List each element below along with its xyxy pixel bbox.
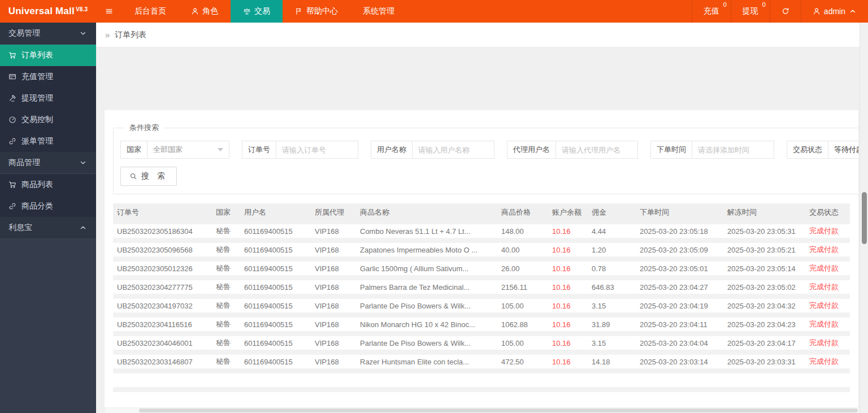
username: admin	[824, 7, 845, 16]
order-no-input[interactable]	[276, 141, 358, 159]
cell-username: 601169400515	[240, 320, 311, 329]
username-input[interactable]	[412, 141, 494, 159]
table-row[interactable]: UB2503202305186304秘鲁601169400515VIP168Co…	[113, 224, 850, 243]
refresh-button[interactable]	[770, 0, 801, 23]
table-row[interactable]: UB2503202304046001秘鲁601169400515VIP168Pa…	[113, 336, 850, 355]
filter-label: 下单时间	[650, 141, 692, 159]
user-icon	[813, 7, 821, 15]
breadcrumb-arrow-icon: »	[105, 30, 110, 40]
cell-commission: 3.15	[588, 302, 636, 310]
country-select[interactable]: 全部国家	[147, 141, 229, 159]
order-time-input[interactable]	[692, 141, 774, 159]
sidebar-item-label: 订单列表	[21, 50, 53, 60]
nav-item-help-center[interactable]: 帮助中心	[283, 0, 350, 23]
cell-username: 601169400515	[240, 227, 311, 236]
cell-account-balance: 10.16	[548, 283, 588, 292]
cell-country: 秘鲁	[212, 282, 240, 292]
sidebar-group-label: 利息宝	[8, 223, 32, 233]
gavel-icon	[8, 94, 16, 102]
sidebar-item-0-0[interactable]: 订单列表	[0, 45, 96, 66]
sidebar-item-0-4[interactable]: 派单管理	[0, 131, 96, 152]
nav-item-trade[interactable]: 交易	[231, 0, 283, 23]
horizontal-scrollbar[interactable]	[105, 408, 859, 413]
chevron-down-icon	[79, 159, 87, 167]
cell-unfreeze-time: 2025-03-20 23:04:17	[723, 339, 805, 347]
app-logo[interactable]: Universal MallV8.3	[0, 0, 96, 23]
nav-item-label: 角色	[202, 6, 218, 16]
agent-username-input[interactable]	[555, 141, 638, 159]
menu-toggle-icon[interactable]	[96, 0, 122, 23]
cell-agent: VIP168	[311, 227, 356, 236]
cell-username: 601169400515	[240, 339, 311, 347]
cell-product-name: Zapatones Impermeables Moto O ...	[356, 246, 497, 254]
column-header-1: 国家	[212, 207, 240, 218]
table-row[interactable]: UB2503202304277775秘鲁601169400515VIP168Pa…	[113, 280, 850, 299]
cell-account-balance: 10.16	[548, 302, 588, 310]
cell-product-name: Parlante De Piso Bowers & Wilk...	[356, 339, 497, 347]
dropdown-caret-icon	[218, 148, 223, 151]
filter-field-1: 订单号	[242, 141, 358, 159]
cell-commission: 3.15	[588, 339, 636, 347]
nav-item-label: 交易	[254, 6, 270, 16]
cell-account-balance: 10.16	[548, 246, 588, 254]
filter-label: 代理用户名	[507, 141, 556, 159]
column-header-9: 解冻时间	[723, 207, 805, 218]
sidebar-group-label: 商品管理	[8, 158, 40, 168]
sidebar-group-0[interactable]: 交易管理	[0, 23, 96, 45]
cell-country: 秘鲁	[212, 319, 240, 329]
column-header-5: 商品价格	[497, 207, 548, 218]
column-header-4: 商品名称	[356, 207, 497, 218]
cell-order-no: UB2503202305096568	[113, 246, 212, 254]
horizontal-scrollbar-thumb[interactable]	[139, 408, 858, 412]
sidebar-item-0-3[interactable]: 交易控制	[0, 109, 96, 131]
vertical-scrollbar-thumb[interactable]	[862, 192, 867, 244]
sidebar-group-label: 交易管理	[8, 28, 40, 38]
cell-commission: 1.20	[588, 246, 636, 254]
flag-icon	[295, 7, 303, 15]
nav-item-dashboard[interactable]: 后台首页	[122, 0, 179, 23]
nav-item-label: 系统管理	[363, 6, 394, 16]
nav-item-system[interactable]: 系统管理	[350, 0, 407, 23]
topbar-right: 充值 0 提现 0 admin	[692, 0, 868, 23]
table-row[interactable]: UB2503202305096568秘鲁601169400515VIP168Za…	[113, 243, 850, 262]
cell-product-name: Garlic 1500mg ( Allium Sativum...	[356, 264, 497, 273]
filter-field-5: 交易状态等待付款	[787, 141, 858, 159]
table-row[interactable]: UB2503202305012326秘鲁601169400515VIP168Ga…	[113, 262, 850, 280]
cell-order-time: 2025-03-20 23:04:11	[636, 320, 723, 329]
sidebar-item-1-0[interactable]: 商品列表	[0, 174, 96, 195]
cell-product-price: 105.00	[497, 302, 548, 310]
cell-unfreeze-time: 2025-03-20 23:05:21	[723, 246, 805, 254]
column-header-2: 用户名	[240, 207, 311, 218]
cell-order-no: UB2503202304277775	[113, 283, 212, 292]
cell-product-name: Parlante De Piso Bowers & Wilk...	[356, 302, 497, 310]
nav-item-roles[interactable]: 角色	[179, 0, 231, 23]
table-row[interactable]: UB2503202304197032秘鲁601169400515VIP168Pa…	[113, 299, 850, 318]
column-header-7: 佣金	[588, 207, 636, 218]
cell-order-time: 2025-03-20 23:05:01	[636, 264, 723, 273]
filter-row: 国家全部国家订单号用户名称代理用户名下单时间交易状态等待付款	[120, 141, 858, 159]
user-menu[interactable]: admin	[801, 0, 868, 23]
trade-status-select[interactable]: 等待付款	[828, 141, 858, 159]
search-button[interactable]: 搜 索	[120, 167, 177, 186]
sidebar-item-label: 充值管理	[21, 72, 53, 82]
cell-commission: 646.83	[588, 283, 636, 292]
chevron-up-icon	[849, 7, 857, 15]
table-row[interactable]: UB2503202303146807秘鲁601169400515VIP168Ra…	[113, 355, 850, 373]
sidebar-group-1[interactable]: 商品管理	[0, 152, 96, 174]
table-row-partial	[113, 373, 850, 392]
recharge-button[interactable]: 充值 0	[692, 0, 731, 23]
sidebar-item-1-1[interactable]: 商品分类	[0, 195, 96, 217]
cell-agent: VIP168	[311, 339, 356, 347]
cell-product-price: 40.00	[497, 246, 548, 254]
card-icon	[8, 73, 16, 81]
cell-agent: VIP168	[311, 264, 356, 273]
sidebar-item-0-1[interactable]: 充值管理	[0, 66, 96, 88]
sidebar-item-0-2[interactable]: 提现管理	[0, 88, 96, 109]
filter-field-0: 国家全部国家	[120, 141, 229, 159]
sidebar-group-2[interactable]: 利息宝	[0, 217, 96, 239]
search-button-label: 搜 索	[141, 171, 168, 181]
filter-field-3: 代理用户名	[507, 141, 638, 159]
vertical-scrollbar[interactable]	[860, 23, 868, 413]
withdraw-button[interactable]: 提现 0	[731, 0, 770, 23]
table-row[interactable]: UB2503202304116516秘鲁601169400515VIP168Ni…	[113, 318, 850, 336]
